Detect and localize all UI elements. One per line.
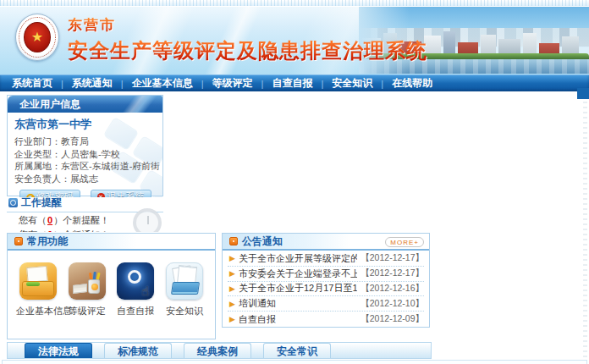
nav-item-grade-evaluation[interactable]: 等级评定	[204, 76, 261, 91]
knowledge-content-area	[2, 360, 587, 364]
reminder-line-new-reminders: 您有（0）个新提醒！	[19, 214, 163, 227]
pencil-cup-icon	[69, 262, 106, 300]
announcement-row[interactable]: ▶ 关于全市企业于12月17日至18日进行隐患自查的通知 【2012-12-16…	[228, 282, 424, 297]
click-hand-icon: ☝	[117, 262, 154, 300]
field-territory: 所属属地：东营区-东城街道-府前街	[14, 160, 156, 173]
nav-item-self-report[interactable]: 自查自报	[263, 76, 321, 91]
field-company-type: 企业类型：人员密集-学校	[14, 148, 156, 161]
company-name: 东营市第一中学	[14, 117, 156, 132]
safety-book-icon	[166, 262, 203, 300]
page-edge-texture	[583, 102, 587, 361]
main-navbar: 系统首页 | 系统通知 | 企业基本信息 | 等级评定 | 自查自报 | 安全知…	[0, 74, 589, 91]
announcements-panel: 公告通知 MORE+ ▶ 关于全市企业开展等级评定的通知 【2012-12-17…	[222, 233, 430, 328]
clock-icon	[8, 198, 18, 207]
arrow-bullet-icon: ▶	[229, 269, 235, 278]
knowledge-tab-strip: 法律法规 标准规范 经典案例 安全常识	[7, 342, 432, 359]
announcement-row[interactable]: ▶ 自查自报 【2012-12-09】	[228, 312, 424, 327]
tab-classic-cases[interactable]: 经典案例	[184, 343, 251, 358]
announcement-row[interactable]: ▶ 培训通知 【2012-12-10】	[228, 296, 424, 312]
work-reminder-title: 工作提醒	[21, 196, 62, 210]
folder-documents-icon	[19, 262, 57, 300]
announcements-title: 公告通知	[242, 234, 283, 249]
nav-item-home[interactable]: 系统首页	[3, 76, 61, 91]
system-title: 安全生产等级评定及隐患排查治理系统	[68, 37, 427, 64]
city-title: 东营市	[68, 15, 427, 35]
field-industry-department: 行业部门：教育局	[14, 135, 156, 148]
tab-laws-regulations[interactable]: 法律法规	[25, 343, 92, 358]
common-functions-panel: 常用功能 企业基本信息 等级评定 ☝	[7, 233, 216, 339]
common-functions-title: 常用功能	[27, 234, 68, 249]
star-icon: ★	[31, 30, 43, 44]
site-title-block: 东营市 安全生产等级评定及隐患排查治理系统	[68, 15, 427, 64]
shortcut-self-report[interactable]: ☝ 自查自报	[113, 262, 157, 317]
national-emblem-logo: ★	[15, 14, 59, 61]
announcement-row[interactable]: ▶ 关于全市企业开展等级评定的通知 【2012-12-17】	[228, 251, 424, 267]
nav-item-notices[interactable]: 系统通知	[63, 76, 121, 91]
new-reminder-count-link[interactable]: 0	[47, 215, 53, 225]
user-info-panel-header: 企业用户信息	[8, 96, 162, 113]
field-safety-manager: 安全负责人：展战志	[14, 173, 156, 185]
reminder-line-new-notices: 您有（0）个新通知！	[19, 229, 163, 232]
new-notice-count-link[interactable]: 0	[47, 229, 53, 232]
tab-safety-common-sense[interactable]: 安全常识	[263, 343, 331, 358]
shortcut-safety-knowledge[interactable]: 安全知识	[162, 262, 206, 317]
section-bullet-icon	[229, 237, 238, 245]
user-info-panel: 企业用户信息 东营市第一中学 行业部门：教育局 企业类型：人员密集-学校 所属属…	[7, 95, 163, 196]
more-button[interactable]: MORE+	[385, 237, 424, 247]
arrow-bullet-icon: ▶	[229, 300, 235, 308]
corner-tab-fragment	[577, 88, 589, 99]
work-reminder-section: 工作提醒 您有（0）个新提醒！ 您有（0）个新通知！	[7, 195, 163, 232]
nav-item-online-help[interactable]: 在线帮助	[383, 76, 441, 91]
header-banner: ★ 东营市 安全生产等级评定及隐患排查治理系统	[0, 0, 589, 74]
arrow-bullet-icon: ▶	[229, 284, 235, 293]
arrow-bullet-icon: ▶	[229, 315, 235, 323]
arrow-bullet-icon: ▶	[229, 254, 235, 262]
shortcut-grade-evaluation[interactable]: 等级评定	[65, 262, 109, 317]
header-top-strip	[0, 0, 589, 7]
shortcut-company-info[interactable]: 企业基本信息	[16, 262, 60, 317]
nav-item-safety-knowledge[interactable]: 安全知识	[323, 76, 381, 91]
tab-standards[interactable]: 标准规范	[104, 343, 172, 358]
section-bullet-icon	[14, 237, 23, 245]
nav-item-company-info[interactable]: 企业基本信息	[124, 76, 201, 91]
announcement-row[interactable]: ▶ 市安委会关于企业端登录不上系统的解释 【2012-12-17】	[228, 267, 424, 282]
